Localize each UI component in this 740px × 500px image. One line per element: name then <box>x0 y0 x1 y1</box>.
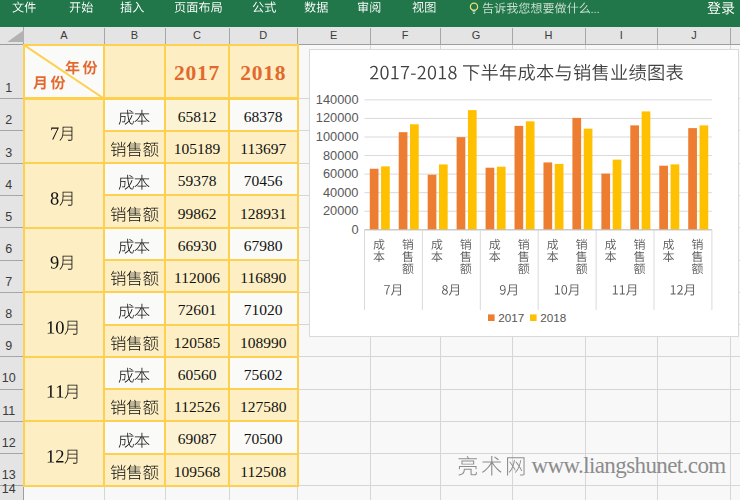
svg-text:0: 0 <box>351 222 358 237</box>
svg-text:2018: 2018 <box>540 311 566 324</box>
svg-text:80000: 80000 <box>323 148 359 163</box>
svg-text:2017: 2017 <box>498 311 524 324</box>
svg-text:60000: 60000 <box>323 166 359 181</box>
svg-text:20000: 20000 <box>323 203 359 218</box>
svg-text:100000: 100000 <box>316 129 359 144</box>
svg-text:40000: 40000 <box>323 185 359 200</box>
svg-text:140000: 140000 <box>316 92 359 107</box>
svg-text:120000: 120000 <box>316 110 359 125</box>
